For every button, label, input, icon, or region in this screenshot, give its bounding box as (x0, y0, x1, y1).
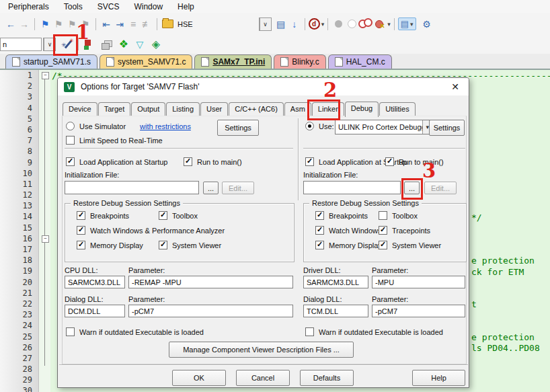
disable-breakpoint-icon[interactable] (358, 17, 372, 31)
menu-item-svcs[interactable]: SVCS (97, 2, 120, 11)
unindent-icon[interactable]: ⇤ (100, 17, 113, 31)
fold-marker[interactable]: − (42, 72, 49, 79)
dialog-tab-user[interactable]: User (200, 102, 228, 116)
code-text: ck for ETM (471, 267, 524, 277)
warn-right-checkbox[interactable] (305, 327, 314, 336)
toolbar-separator (305, 18, 305, 30)
dialog-tab-c-c-ac6-[interactable]: C/C++ (AC6) (229, 102, 284, 116)
file-tab-label: Blinky.c (292, 57, 319, 67)
load-app-right-checkbox[interactable] (305, 157, 314, 166)
dialog-param-right-input[interactable]: -pCM7 (372, 305, 465, 317)
driver-dll-label: Driver DLL: (303, 266, 341, 274)
driver-param-input[interactable]: -MPU (372, 276, 465, 288)
goto-definition-icon[interactable]: ↓ (288, 17, 301, 31)
dialog-title-bar[interactable]: V Options for Target 'SAMV7 Flash' ✕ (58, 78, 469, 95)
kill-breakpoints-icon[interactable]: ✕ (372, 17, 386, 31)
simulator-settings-button[interactable]: Settings (217, 120, 259, 136)
dialog-tab-debug[interactable]: Debug (345, 102, 379, 117)
chevron-down-icon[interactable]: ∨ (260, 18, 271, 30)
search-dropdown[interactable]: ∨ (259, 17, 272, 31)
menu-item-peripherals[interactable]: Peripherals (8, 2, 49, 11)
navigate-back-icon[interactable]: ← (4, 17, 17, 31)
system-viewer-right-checkbox[interactable] (379, 241, 387, 249)
insert-breakpoint-icon[interactable] (331, 17, 345, 31)
close-icon[interactable]: ✕ (448, 81, 463, 92)
help-button[interactable]: Help (412, 370, 465, 386)
document-icon (280, 57, 288, 67)
prev-bookmark-icon[interactable]: ⚑ (52, 17, 65, 31)
software-components-icon[interactable]: ◈ (149, 38, 163, 51)
breakpoints-right-checkbox[interactable] (315, 211, 324, 220)
cpu-dll-input[interactable]: SARMCM3.DLL (65, 276, 125, 288)
file-extensions-icon[interactable] (100, 38, 113, 51)
navigate-forward-icon[interactable]: → (17, 17, 31, 31)
file-tab-system_SAMV71.c[interactable]: system_SAMV71.c (100, 54, 192, 69)
toolbox-left-checkbox[interactable] (159, 211, 167, 220)
file-tab-startup_SAMV71.s[interactable]: startup_SAMV71.s (5, 54, 97, 69)
configuration-wrench-icon[interactable]: ⚙ (420, 17, 434, 31)
enable-breakpoint-icon[interactable] (345, 17, 358, 31)
system-viewer-left-checkbox[interactable] (159, 241, 167, 249)
comment-selection-icon[interactable]: ≡ (126, 17, 140, 31)
menu-item-window[interactable]: Window (134, 2, 163, 11)
pack-installer-icon[interactable]: ❖ (117, 38, 130, 51)
open-folder-icon[interactable] (161, 17, 174, 31)
select-software-packs-icon[interactable]: ▽ (133, 38, 147, 51)
limit-speed-checkbox[interactable] (66, 136, 75, 145)
toggle-bookmark-icon[interactable]: ⚑ (38, 17, 52, 31)
toolbox-right-checkbox[interactable] (379, 211, 387, 220)
line-number: 20 (0, 277, 38, 288)
driver-dll-input[interactable]: SARMCM3.DLL (303, 276, 368, 288)
load-app-left-row: Load Application at Startup (66, 157, 167, 166)
tracepoints-right-checkbox[interactable] (379, 226, 387, 235)
find-in-files-icon[interactable]: ▤ (274, 17, 288, 31)
use-debugger-radio[interactable] (305, 122, 314, 130)
dialog-tab-output[interactable]: Output (131, 102, 165, 116)
window-layout-button[interactable]: ▤▾ (398, 17, 416, 30)
init-file-right-input[interactable] (303, 181, 401, 194)
dialog-tab-utilities[interactable]: Utilities (379, 102, 415, 116)
file-tab-HAL_CM.c[interactable]: HAL_CM.c (328, 54, 392, 69)
init-file-left-input[interactable] (65, 181, 199, 194)
init-file-left-browse-button[interactable]: ... (203, 182, 219, 194)
memory-display-right-checkbox[interactable] (315, 241, 324, 249)
chevron-down-icon[interactable]: ▾ (387, 21, 391, 28)
run-to-main-left-checkbox[interactable] (184, 157, 192, 166)
dialog-tab-device[interactable]: Device (63, 102, 97, 116)
dialog-tab-listing[interactable]: Listing (166, 102, 200, 116)
init-file-left-edit-button[interactable]: Edit... (222, 182, 254, 194)
init-file-right-edit-button[interactable]: Edit... (424, 182, 457, 194)
load-app-left-label: Load Application at Startup (79, 158, 167, 166)
debugger-settings-button[interactable]: Settings (429, 120, 465, 136)
dialog-dll-right-label: Dialog DLL: (303, 295, 342, 303)
breakpoints-left-checkbox[interactable] (77, 211, 85, 220)
load-app-left-checkbox[interactable] (66, 157, 75, 166)
defaults-button[interactable]: Defaults (300, 370, 354, 386)
warn-left-checkbox[interactable] (66, 327, 75, 336)
run-to-main-right-checkbox[interactable] (385, 157, 394, 166)
dialog-param-left-input[interactable]: -pCM7 (128, 305, 293, 317)
menu-item-tools[interactable]: Tools (64, 2, 83, 11)
uncomment-selection-icon[interactable]: ≢ (140, 17, 153, 31)
memory-display-left-checkbox[interactable] (77, 241, 85, 249)
quick-find-icon[interactable]: d (309, 18, 320, 30)
target-select-combobox[interactable]: n (0, 38, 42, 51)
chevron-down-icon[interactable]: ▾ (321, 21, 325, 28)
dialog-tab-target[interactable]: Target (98, 102, 131, 116)
file-tab-SAMx7_TP.ini[interactable]: SAMx7_TP.ini (194, 54, 272, 69)
dialog-dll-left-input[interactable]: DCM.DLL (65, 305, 125, 317)
watch-windows-left-checkbox[interactable] (77, 226, 85, 235)
dialog-dll-right-input[interactable]: TCM.DLL (303, 305, 368, 317)
fold-marker[interactable]: − (42, 235, 49, 243)
manage-component-viewer-button[interactable]: Manage Component Viewer Description File… (169, 342, 354, 358)
ok-button[interactable]: OK (172, 370, 226, 386)
file-tab-Blinky.c[interactable]: Blinky.c (274, 54, 325, 69)
use-simulator-radio[interactable] (66, 122, 75, 130)
with-restrictions-link[interactable]: with restrictions (140, 122, 191, 130)
menu-item-help[interactable]: Help (178, 2, 194, 11)
debugger-select-combobox[interactable]: ULINK Pro Cortex Debugger ▾ (335, 120, 433, 134)
indent-icon[interactable]: ⇥ (113, 17, 126, 31)
cpu-param-input[interactable]: -REMAP -MPU (128, 276, 293, 288)
watch-windows-right-checkbox[interactable] (315, 226, 324, 235)
cancel-button[interactable]: Cancel (236, 370, 290, 386)
